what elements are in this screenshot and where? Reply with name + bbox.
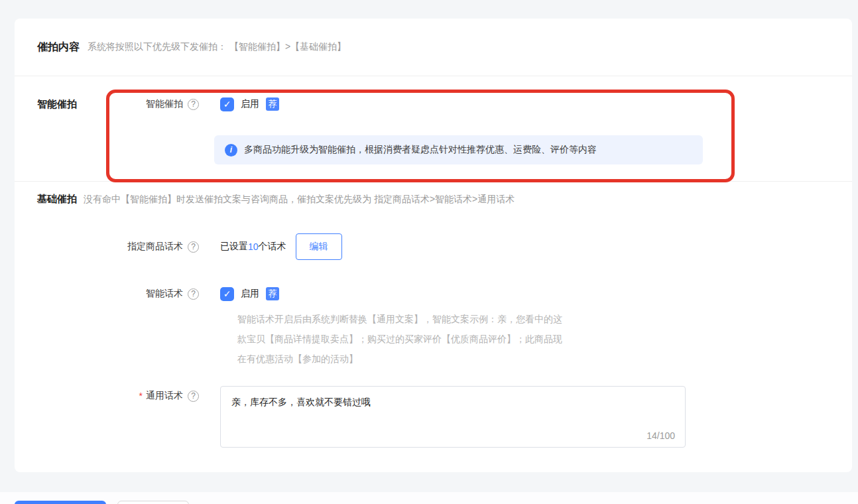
smart-script-desc-line: 智能话术开启后由系统判断替换【通用文案】，智能文案示例：亲，您看中的这 xyxy=(237,309,695,329)
smart-script-desc-line: 在有优惠活动【参加的活动】 xyxy=(237,349,695,369)
specified-label: 指定商品话术 xyxy=(127,241,183,253)
section-label-basic: 基础催拍 xyxy=(37,193,77,206)
cancel-button[interactable] xyxy=(117,501,189,504)
smart-field-label: 智能催拍 xyxy=(146,98,183,110)
section-divider xyxy=(15,181,852,182)
info-icon: i xyxy=(225,144,237,157)
save-button[interactable] xyxy=(15,501,106,504)
recommend-badge: 荐 xyxy=(266,287,279,300)
smart-script-row: 智能话术 ? ✓ 启用 荐 xyxy=(15,285,852,302)
specified-status-suffix: 个话术 xyxy=(259,241,286,253)
general-script-field: 亲，库存不多，喜欢就不要错过哦 14/100 xyxy=(220,386,686,448)
specified-count: 10 xyxy=(248,241,259,252)
basic-section-desc: 没有命中【智能催拍】时发送催拍文案与咨询商品，催拍文案优先级为 指定商品话术>智… xyxy=(84,194,515,206)
specified-script-row: 指定商品话术 ? 已设置10个话术 编辑 xyxy=(15,233,852,260)
smart-info-banner: i 多商品功能升级为智能催拍，根据消费者疑虑点针对性推荐优惠、运费险、评价等内容 xyxy=(214,135,703,164)
edit-button[interactable]: 编辑 xyxy=(296,233,342,260)
smart-field-label-group: 智能催拍 ? xyxy=(15,98,199,110)
smart-enable-row: 智能催拍 ? ✓ 启用 荐 xyxy=(15,95,852,113)
help-icon[interactable]: ? xyxy=(188,241,199,253)
general-script-textarea[interactable]: 亲，库存不多，喜欢就不要错过哦 xyxy=(220,386,686,448)
smart-script-description: 智能话术开启后由系统判断替换【通用文案】，智能文案示例：亲，您看中的这 款宝贝【… xyxy=(237,309,695,369)
smart-script-enable-label: 启用 xyxy=(241,288,259,300)
help-icon[interactable]: ? xyxy=(188,391,199,402)
card-header: 催拍内容 系统将按照以下优先级下发催拍： 【智能催拍】>【基础催拍】 xyxy=(15,19,852,76)
smart-script-label: 智能话术 xyxy=(146,288,183,300)
required-asterisk: * xyxy=(139,391,143,401)
smart-script-checkbox[interactable]: ✓ xyxy=(220,287,234,301)
help-icon[interactable]: ? xyxy=(188,99,199,110)
general-label: 通用话术 xyxy=(146,390,183,402)
smart-info-text: 多商品功能升级为智能催拍，根据消费者疑虑点针对性推荐优惠、运费险、评价等内容 xyxy=(244,144,597,156)
char-counter: 14/100 xyxy=(646,430,675,441)
smart-enable-label: 启用 xyxy=(241,98,259,110)
page-subtitle: 系统将按照以下优先级下发催拍： 【智能催拍】>【基础催拍】 xyxy=(88,41,346,53)
page: 催拍内容 系统将按照以下优先级下发催拍： 【智能催拍】>【基础催拍】 智能催拍 … xyxy=(0,0,858,504)
page-title: 催拍内容 xyxy=(37,40,80,54)
recommend-badge: 荐 xyxy=(266,97,279,111)
smart-script-desc-line: 款宝贝【商品详情提取卖点】；购买过的买家评价【优质商品评价】；此商品现 xyxy=(237,329,695,349)
smart-script-label-group: 智能话术 ? xyxy=(15,288,199,300)
basic-section-header: 基础催拍 没有命中【智能催拍】时发送催拍文案与咨询商品，催拍文案优先级为 指定商… xyxy=(37,193,515,206)
help-icon[interactable]: ? xyxy=(188,288,199,300)
settings-card: 催拍内容 系统将按照以下优先级下发催拍： 【智能催拍】>【基础催拍】 智能催拍 … xyxy=(15,19,852,472)
specified-label-group: 指定商品话术 ? xyxy=(15,241,199,253)
smart-enable-checkbox[interactable]: ✓ xyxy=(220,97,234,111)
general-label-group: * 通用话术 ? xyxy=(15,390,199,402)
specified-status-prefix: 已设置 xyxy=(220,241,248,253)
